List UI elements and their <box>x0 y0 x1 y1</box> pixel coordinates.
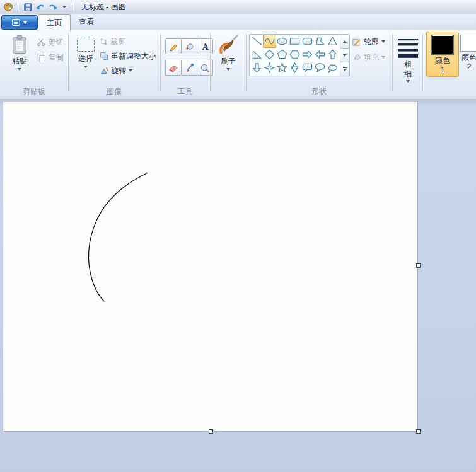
color2-button[interactable]: 颜色 2 <box>456 32 476 74</box>
select-button[interactable]: 选择 <box>73 32 99 88</box>
arrow-up-icon <box>327 49 339 60</box>
copy-button[interactable]: 复制 <box>37 51 64 64</box>
magnifier-icon <box>200 63 210 73</box>
tool-eraser-button[interactable] <box>165 60 182 76</box>
shapes-scroll-down-button[interactable] <box>340 48 350 62</box>
shapes-scroll-up-button[interactable] <box>340 34 350 49</box>
redo-button[interactable] <box>47 1 59 13</box>
cut-button[interactable]: 剪切 <box>37 36 63 49</box>
drawing-canvas[interactable] <box>3 102 417 431</box>
shape-ellipse[interactable] <box>276 35 289 48</box>
group-divider <box>392 33 393 91</box>
shape-arrow-up[interactable] <box>326 48 339 61</box>
scissors-icon <box>37 38 45 47</box>
window-titlebar: 无标题 - 画图 <box>0 0 476 14</box>
ribbon-tab-bar: 主页 查看 <box>0 14 476 30</box>
shape-callout-rounded[interactable] <box>301 61 314 74</box>
canvas-resize-handle-right[interactable] <box>416 263 421 268</box>
select-label: 选择 <box>78 54 93 64</box>
brushes-button[interactable]: 刷子 <box>213 32 243 88</box>
shape-diamond[interactable] <box>263 48 276 61</box>
fill-icon <box>184 42 194 52</box>
qat-customize-button[interactable] <box>59 1 69 13</box>
shape-rectangle[interactable] <box>288 35 301 48</box>
shape-arrow-left[interactable] <box>313 48 327 61</box>
color-picker-icon <box>184 63 194 73</box>
shape-line[interactable] <box>250 35 264 48</box>
clipboard-icon <box>11 35 28 55</box>
shape-star-5[interactable] <box>276 61 289 74</box>
arrow-down-icon <box>251 62 263 74</box>
more-icon <box>343 67 347 68</box>
shape-arrow-down[interactable] <box>250 61 264 74</box>
shapes-expand-button[interactable] <box>340 62 350 76</box>
rounded-rectangle-icon <box>301 35 313 47</box>
tab-view[interactable]: 查看 <box>71 14 102 30</box>
chevron-down-icon <box>62 6 66 8</box>
shapes-group-label: 形状 <box>246 86 392 97</box>
shape-right-triangle[interactable] <box>250 48 264 61</box>
chevron-down-icon <box>343 69 347 71</box>
workspace <box>0 99 476 472</box>
fill-style-label: 填充 <box>364 52 379 63</box>
color1-swatch <box>431 35 454 55</box>
tool-magnifier-button[interactable] <box>197 60 213 76</box>
color2-swatch <box>460 35 476 52</box>
size-button[interactable]: 粗细 <box>395 32 421 96</box>
tool-pencil-button[interactable] <box>165 38 182 54</box>
pentagon-icon <box>276 49 288 60</box>
chevron-down-icon <box>381 56 385 59</box>
canvas-resize-handle-corner[interactable] <box>416 429 421 434</box>
app-menu-button[interactable] <box>1 15 38 30</box>
shape-rounded-rectangle[interactable] <box>301 35 314 48</box>
drawn-curve-stroke <box>89 173 148 301</box>
rotate-icon <box>100 66 108 75</box>
tools-group-label: 工具 <box>160 86 210 97</box>
shapes-gallery <box>249 34 341 76</box>
arrow-left-icon <box>314 49 326 60</box>
shape-hexagon[interactable] <box>288 48 301 61</box>
shape-star-6[interactable] <box>288 61 301 74</box>
chevron-down-icon <box>343 54 347 57</box>
tool-color-picker-button[interactable] <box>181 60 197 76</box>
resize-icon <box>100 52 108 60</box>
shape-curve[interactable] <box>263 35 276 48</box>
resize-label: 重新调整大小 <box>111 51 156 62</box>
tab-home[interactable]: 主页 <box>38 14 71 31</box>
shape-triangle[interactable] <box>326 35 339 48</box>
shape-polygon[interactable] <box>313 35 327 48</box>
resize-button[interactable]: 重新调整大小 <box>100 50 156 62</box>
eraser-icon <box>168 63 178 73</box>
clipboard-group-label: 剪贴板 <box>0 86 68 97</box>
outline-icon <box>352 37 361 47</box>
tool-text-button[interactable]: A <box>197 38 213 54</box>
crop-button[interactable]: 裁剪 <box>100 35 125 48</box>
line-icon <box>251 35 263 47</box>
tool-fill-button[interactable] <box>181 38 197 54</box>
shape-arrow-right[interactable] <box>301 48 314 61</box>
shape-callout-oval[interactable] <box>313 61 327 74</box>
shape-callout-cloud[interactable] <box>326 61 339 74</box>
shape-pentagon[interactable] <box>276 48 289 61</box>
brush-icon <box>218 35 239 55</box>
color1-button[interactable]: 颜色 1 <box>426 32 459 77</box>
group-divider <box>246 33 247 91</box>
fill-style-icon <box>352 53 361 62</box>
undo-button[interactable] <box>34 1 47 13</box>
hexagon-icon <box>289 49 301 60</box>
save-button[interactable] <box>21 1 34 13</box>
curve-icon <box>264 35 276 47</box>
cut-label: 剪切 <box>48 37 63 48</box>
group-divider <box>68 33 69 91</box>
drawing-layer <box>3 102 417 431</box>
titlebar-separator <box>18 3 18 11</box>
fill-style-button[interactable]: 填充 <box>352 51 385 64</box>
shape-star-4[interactable] <box>263 61 276 74</box>
callout-cloud-icon <box>327 62 339 74</box>
paste-button[interactable]: 粘贴 <box>5 32 34 88</box>
rotate-button[interactable]: 旋转 <box>100 64 132 77</box>
brushes-label: 刷子 <box>221 56 236 67</box>
pencil-icon <box>168 42 178 52</box>
canvas-resize-handle-bottom[interactable] <box>209 429 213 434</box>
outline-button[interactable]: 轮廓 <box>352 35 385 48</box>
